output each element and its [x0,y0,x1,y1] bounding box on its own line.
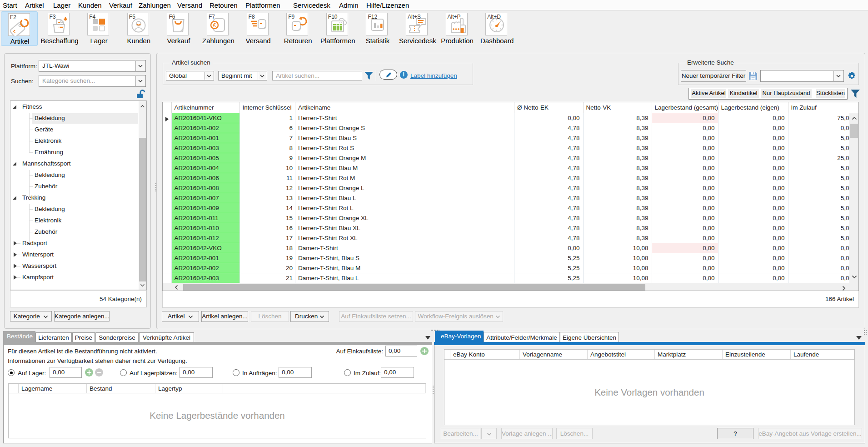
svg-text:€: € [213,22,216,29]
